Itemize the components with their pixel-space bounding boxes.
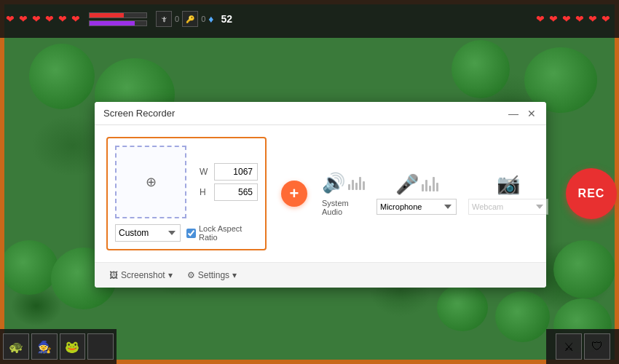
heart-right-1: ❤ <box>536 14 548 24</box>
settings-dropdown-icon: ▾ <box>232 270 237 280</box>
diamond-icon: ♦ <box>208 13 213 25</box>
heart-5: ❤ <box>58 14 70 24</box>
heart-right-4: ❤ <box>575 14 587 24</box>
heart-4: ❤ <box>45 14 57 24</box>
dialog-body: ⊕ W H Custom <box>95 125 546 262</box>
heart-right-3: ❤ <box>562 14 574 24</box>
heart-3: ❤ <box>32 14 44 24</box>
height-input[interactable] <box>214 183 258 201</box>
inv-slot-right-2: 🛡 <box>584 333 610 360</box>
minimize-button[interactable]: — <box>507 108 520 119</box>
audio-bars-mic <box>422 177 438 191</box>
mic-bar-2 <box>425 180 427 191</box>
tree <box>0 240 58 295</box>
hud-bottom-right: ⚔ 🛡 <box>546 329 619 364</box>
settings-button[interactable]: ⚙ Settings ▾ <box>184 269 240 282</box>
mic-bar-3 <box>429 186 431 191</box>
dialog-title: Screen Recorder <box>103 108 175 119</box>
heart-6: ❤ <box>71 14 83 24</box>
screen-recorder-dialog: Screen Recorder — ✕ ⊕ W <box>95 102 546 288</box>
screenshot-label: Screenshot <box>121 270 165 280</box>
inv-slot-3: 🐸 <box>60 333 86 360</box>
rec-button[interactable]: REC <box>566 168 617 219</box>
audio-bar-3 <box>355 183 358 190</box>
coin-count: 52 <box>221 13 232 25</box>
heart-right-2: ❤ <box>549 14 561 24</box>
system-audio-section: 🔊 System Audio <box>322 172 365 216</box>
hud-right: ❤ ❤ ❤ ❤ ❤ ❤ <box>536 14 613 24</box>
region-preview[interactable]: ⊕ <box>115 146 186 218</box>
webcam-select[interactable]: Webcam None <box>468 199 548 215</box>
inv-slot-1: 🐢 <box>3 333 29 360</box>
system-audio-label: System Audio <box>322 199 365 216</box>
region-row-bottom: Custom Full Screen 1920×1080 1280×720 Lo… <box>115 224 258 242</box>
mic-bar-1 <box>422 184 424 191</box>
hud-top-bar: ❤ ❤ ❤ ❤ ❤ ❤ 🗡 0 🔑 0 ♦ 52 ❤ ❤ ❤ ❤ ❤ ❤ <box>0 0 619 38</box>
screenshot-button[interactable]: 🖼 Screenshot ▾ <box>106 269 176 282</box>
lock-aspect-label[interactable]: Lock Aspect Ratio <box>186 224 242 242</box>
mic-bar-5 <box>436 183 438 191</box>
inv-icon-key: 🔑 <box>182 11 198 27</box>
mic-bar-4 <box>433 177 435 191</box>
screenshot-icon: 🖼 <box>109 270 118 280</box>
heart-1: ❤ <box>6 14 17 24</box>
width-input[interactable] <box>214 163 258 181</box>
region-selector-area: ⊕ W H Custom <box>106 137 267 250</box>
screenshot-dropdown-icon: ▾ <box>168 270 173 280</box>
microphone-section: 🎤 Microphone None Default <box>376 173 457 215</box>
heart-2: ❤ <box>19 14 31 24</box>
lock-aspect-text: Lock Aspect Ratio <box>199 224 242 242</box>
hud-bars <box>89 12 147 26</box>
lock-aspect-checkbox[interactable] <box>186 229 196 238</box>
hud-icons: 🗡 0 🔑 0 ♦ 52 <box>156 11 232 27</box>
tree <box>437 284 488 331</box>
inv-slot-4 <box>87 333 114 360</box>
crosshair-icon: ⊕ <box>146 174 157 190</box>
audio-bar-1 <box>348 184 350 190</box>
audio-bar-4 <box>359 177 361 190</box>
dialog-controls: — ✕ <box>507 108 537 119</box>
tree <box>495 291 550 342</box>
webcam-section: 📷 Webcam None <box>468 173 548 215</box>
speaker-icon: 🔊 <box>322 172 345 194</box>
heart-right-5: ❤ <box>588 14 600 24</box>
tree <box>29 44 95 109</box>
hp-bar <box>89 12 147 18</box>
dialog-footer: 🖼 Screenshot ▾ ⚙ Settings ▾ <box>95 262 546 288</box>
settings-label: Settings <box>198 270 229 280</box>
microphone-select[interactable]: Microphone None Default <box>376 199 457 215</box>
preset-select[interactable]: Custom Full Screen 1920×1080 1280×720 <box>115 224 181 242</box>
height-label: H <box>200 187 210 197</box>
width-row: W <box>200 163 258 181</box>
hud-bottom-left: 🐢 🧙 🐸 <box>0 329 117 364</box>
width-label: W <box>200 167 210 177</box>
hearts-left: ❤ ❤ ❤ ❤ ❤ ❤ <box>6 14 83 24</box>
settings-icon: ⚙ <box>187 270 195 280</box>
inv-slot-right-1: ⚔ <box>556 333 582 360</box>
inv-slot-2: 🧙 <box>31 333 58 360</box>
region-dimensions: W H <box>200 163 258 201</box>
close-button[interactable]: ✕ <box>526 108 537 119</box>
tree <box>452 40 510 98</box>
webcam-icon-wrapper: 📷 <box>497 173 520 196</box>
audio-bars-system <box>348 175 365 190</box>
mp-bar <box>89 20 147 26</box>
tree <box>553 240 615 298</box>
audio-bar-2 <box>352 180 354 190</box>
microphone-icon: 🎤 <box>395 173 419 196</box>
add-source-button[interactable]: + <box>281 181 307 207</box>
height-row: H <box>200 183 258 201</box>
heart-right-6: ❤ <box>602 14 613 24</box>
dialog-titlebar: Screen Recorder — ✕ <box>95 102 546 125</box>
audio-bar-5 <box>363 181 365 190</box>
game-background: ❤ ❤ ❤ ❤ ❤ ❤ 🗡 0 🔑 0 ♦ 52 ❤ ❤ ❤ ❤ ❤ ❤ <box>0 0 619 364</box>
inv-icon-sword: 🗡 <box>156 11 172 27</box>
